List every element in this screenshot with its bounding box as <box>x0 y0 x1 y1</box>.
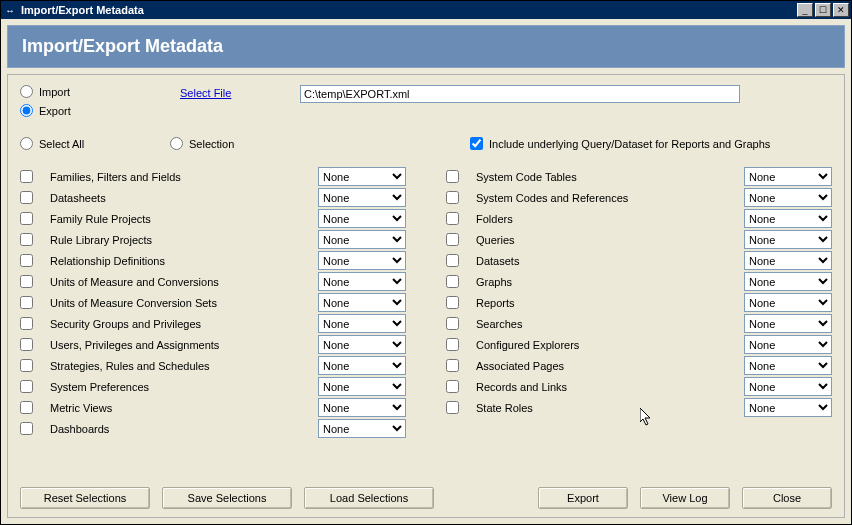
option-select[interactable]: None <box>744 209 832 228</box>
option-label: Queries <box>476 234 744 246</box>
option-label: Dashboards <box>50 423 318 435</box>
option-select[interactable]: None <box>318 167 406 186</box>
option-checkbox[interactable] <box>446 317 459 330</box>
option-checkbox[interactable] <box>446 275 459 288</box>
option-checkbox[interactable] <box>446 254 459 267</box>
option-checkbox[interactable] <box>446 233 459 246</box>
select-all-label: Select All <box>39 138 84 150</box>
option-select[interactable]: None <box>318 293 406 312</box>
option-checkbox[interactable] <box>20 317 33 330</box>
maximize-button[interactable]: ☐ <box>815 3 831 17</box>
option-checkbox[interactable] <box>20 170 33 183</box>
option-select[interactable]: None <box>744 251 832 270</box>
option-select[interactable]: None <box>744 272 832 291</box>
option-select[interactable]: None <box>744 398 832 417</box>
import-radio[interactable] <box>20 85 33 98</box>
minimize-button[interactable]: _ <box>797 3 813 17</box>
include-underlying-checkbox[interactable] <box>470 137 483 150</box>
option-row: System Code TablesNone <box>446 166 832 187</box>
option-checkbox[interactable] <box>20 401 33 414</box>
option-row: State RolesNone <box>446 397 832 418</box>
load-selections-button[interactable]: Load Selections <box>304 487 434 509</box>
export-button[interactable]: Export <box>538 487 628 509</box>
option-select[interactable]: None <box>744 188 832 207</box>
save-selections-button[interactable]: Save Selections <box>162 487 292 509</box>
option-label: Strategies, Rules and Schedules <box>50 360 318 372</box>
option-select[interactable]: None <box>744 230 832 249</box>
page-title: Import/Export Metadata <box>7 25 845 68</box>
option-row: Metric ViewsNone <box>20 397 406 418</box>
option-label: Units of Measure Conversion Sets <box>50 297 318 309</box>
view-log-button[interactable]: View Log <box>640 487 730 509</box>
option-row: QueriesNone <box>446 229 832 250</box>
reset-selections-button[interactable]: Reset Selections <box>20 487 150 509</box>
option-checkbox[interactable] <box>20 359 33 372</box>
option-row: Strategies, Rules and SchedulesNone <box>20 355 406 376</box>
export-radio[interactable] <box>20 104 33 117</box>
option-checkbox[interactable] <box>446 401 459 414</box>
option-checkbox[interactable] <box>446 191 459 204</box>
option-select[interactable]: None <box>318 314 406 333</box>
option-row: Associated PagesNone <box>446 355 832 376</box>
select-all-radio[interactable] <box>20 137 33 150</box>
option-select[interactable]: None <box>318 419 406 438</box>
option-checkbox[interactable] <box>20 233 33 246</box>
option-label: Security Groups and Privileges <box>50 318 318 330</box>
option-label: Family Rule Projects <box>50 213 318 225</box>
option-checkbox[interactable] <box>446 359 459 372</box>
option-checkbox[interactable] <box>20 254 33 267</box>
option-checkbox[interactable] <box>20 212 33 225</box>
option-select[interactable]: None <box>744 377 832 396</box>
option-select[interactable]: None <box>318 188 406 207</box>
option-checkbox[interactable] <box>20 191 33 204</box>
option-checkbox[interactable] <box>20 422 33 435</box>
option-select[interactable]: None <box>318 398 406 417</box>
file-path-input[interactable] <box>300 85 740 103</box>
close-icon: ✕ <box>837 5 845 15</box>
option-label: Reports <box>476 297 744 309</box>
app-icon: ↔ <box>3 3 17 17</box>
option-label: Datasets <box>476 255 744 267</box>
option-select[interactable]: None <box>318 272 406 291</box>
option-select[interactable]: None <box>744 293 832 312</box>
option-select[interactable]: None <box>744 356 832 375</box>
option-select[interactable]: None <box>318 251 406 270</box>
option-checkbox[interactable] <box>446 170 459 183</box>
option-row: System Codes and ReferencesNone <box>446 187 832 208</box>
option-row: Relationship DefinitionsNone <box>20 250 406 271</box>
option-checkbox[interactable] <box>20 275 33 288</box>
option-select[interactable]: None <box>744 167 832 186</box>
close-button[interactable]: Close <box>742 487 832 509</box>
option-checkbox[interactable] <box>20 380 33 393</box>
option-select[interactable]: None <box>318 377 406 396</box>
window-title: Import/Export Metadata <box>21 4 797 16</box>
selection-radio[interactable] <box>170 137 183 150</box>
option-select[interactable]: None <box>744 314 832 333</box>
option-select[interactable]: None <box>318 230 406 249</box>
option-checkbox[interactable] <box>20 296 33 309</box>
export-radio-label: Export <box>39 105 71 117</box>
option-select[interactable]: None <box>318 335 406 354</box>
option-checkbox[interactable] <box>446 212 459 225</box>
option-checkbox[interactable] <box>20 338 33 351</box>
option-label: Relationship Definitions <box>50 255 318 267</box>
select-file-link[interactable]: Select File <box>180 87 280 99</box>
option-select[interactable]: None <box>318 209 406 228</box>
option-checkbox[interactable] <box>446 296 459 309</box>
include-underlying-label: Include underlying Query/Dataset for Rep… <box>489 138 770 150</box>
option-row: Configured ExplorersNone <box>446 334 832 355</box>
option-label: Rule Library Projects <box>50 234 318 246</box>
option-label: Families, Filters and Fields <box>50 171 318 183</box>
option-row: Users, Privileges and AssignmentsNone <box>20 334 406 355</box>
option-row: System PreferencesNone <box>20 376 406 397</box>
option-select[interactable]: None <box>744 335 832 354</box>
option-select[interactable]: None <box>318 356 406 375</box>
option-row: ReportsNone <box>446 292 832 313</box>
import-radio-label: Import <box>39 86 70 98</box>
option-label: Associated Pages <box>476 360 744 372</box>
option-checkbox[interactable] <box>446 338 459 351</box>
close-window-button[interactable]: ✕ <box>833 3 849 17</box>
option-checkbox[interactable] <box>446 380 459 393</box>
option-label: System Codes and References <box>476 192 744 204</box>
option-row: Units of Measure Conversion SetsNone <box>20 292 406 313</box>
